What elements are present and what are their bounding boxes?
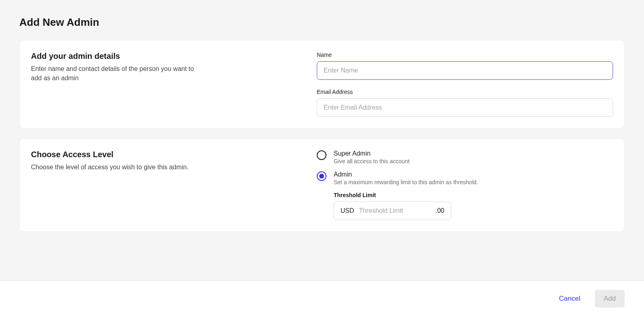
email-label: Email Address xyxy=(317,89,613,95)
email-input[interactable] xyxy=(317,98,613,117)
radio-text: Super Admin Give all access to this acco… xyxy=(334,150,613,164)
cancel-button[interactable]: Cancel xyxy=(556,291,584,307)
access-level-card: Choose Access Level Choose the level of … xyxy=(19,138,625,232)
radio-option-admin[interactable]: Admin Set a maximum rewarding limit to t… xyxy=(317,171,613,185)
admin-details-fields: Name Email Address xyxy=(317,52,613,117)
name-label: Name xyxy=(317,52,613,58)
radio-desc: Set a maximum rewarding limit to this ad… xyxy=(334,179,613,185)
threshold-block: Threshold Limit USD .00 xyxy=(334,192,613,220)
threshold-suffix: .00 xyxy=(436,207,444,214)
admin-details-heading: Add your admin details xyxy=(31,52,301,61)
access-level-options: Super Admin Give all access to this acco… xyxy=(317,150,613,220)
access-level-info: Choose Access Level Choose the level of … xyxy=(31,150,317,220)
admin-details-info: Add your admin details Enter name and co… xyxy=(31,52,317,117)
radio-title: Super Admin xyxy=(334,150,613,157)
name-input[interactable] xyxy=(317,61,613,80)
footer-bar: Cancel Add xyxy=(0,281,644,316)
radio-title: Admin xyxy=(334,171,613,178)
admin-details-card: Add your admin details Enter name and co… xyxy=(19,40,625,129)
name-field-group: Name xyxy=(317,52,613,80)
threshold-label: Threshold Limit xyxy=(334,192,613,198)
radio-option-super-admin[interactable]: Super Admin Give all access to this acco… xyxy=(317,150,613,164)
radio-icon-selected xyxy=(317,171,326,181)
threshold-input[interactable] xyxy=(359,207,431,214)
radio-icon xyxy=(317,150,326,160)
email-field-group: Email Address xyxy=(317,89,613,117)
threshold-currency: USD xyxy=(341,207,354,214)
access-level-description: Choose the level of access you wish to g… xyxy=(31,162,204,172)
threshold-field[interactable]: USD .00 xyxy=(334,202,451,220)
radio-text: Admin Set a maximum rewarding limit to t… xyxy=(334,171,613,185)
radio-dot-icon xyxy=(319,174,324,179)
add-button[interactable]: Add xyxy=(595,290,625,308)
radio-desc: Give all access to this account xyxy=(334,158,613,164)
access-level-heading: Choose Access Level xyxy=(31,150,301,159)
page-title: Add New Admin xyxy=(19,16,625,29)
admin-details-description: Enter name and contact details of the pe… xyxy=(31,64,204,83)
